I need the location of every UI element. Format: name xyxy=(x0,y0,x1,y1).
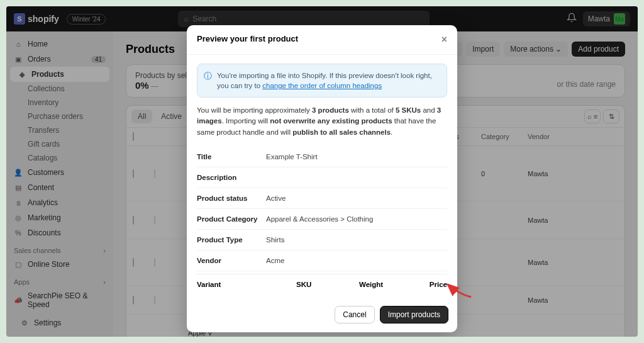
info-icon: ⓘ xyxy=(204,70,212,91)
field-type-label: Product Type xyxy=(197,236,266,244)
cancel-button[interactable]: Cancel xyxy=(335,306,374,323)
field-desc-value xyxy=(266,174,447,181)
field-type-value: Shirts xyxy=(266,236,447,244)
import-description: You will be importing approximately 3 pr… xyxy=(197,105,447,138)
field-vendor-value: Acme xyxy=(266,257,447,264)
field-title-value: Example T-Shirt xyxy=(266,153,447,160)
modal-title: Preview your first product xyxy=(197,34,298,45)
import-preview-modal: Preview your first product × ⓘ You're im… xyxy=(187,25,457,332)
import-products-button[interactable]: Import products xyxy=(380,306,448,323)
close-icon[interactable]: × xyxy=(441,34,447,45)
field-vendor-label: Vendor xyxy=(197,257,266,264)
field-title-label: Title xyxy=(197,153,266,160)
field-status-label: Product status xyxy=(197,194,266,202)
change-column-order-link[interactable]: change the order of column headings xyxy=(262,82,382,89)
field-category-label: Product Category xyxy=(197,215,266,223)
field-category-value: Apparel & Accessories > Clothing xyxy=(266,215,447,223)
field-desc-label: Description xyxy=(197,174,266,181)
modal-overlay: Preview your first product × ⓘ You're im… xyxy=(6,6,638,337)
field-status-value: Active xyxy=(266,194,447,202)
info-banner: ⓘ You're importing a file into Shopify. … xyxy=(197,64,447,98)
variant-header: Variant SKU Weight Price xyxy=(197,274,447,291)
